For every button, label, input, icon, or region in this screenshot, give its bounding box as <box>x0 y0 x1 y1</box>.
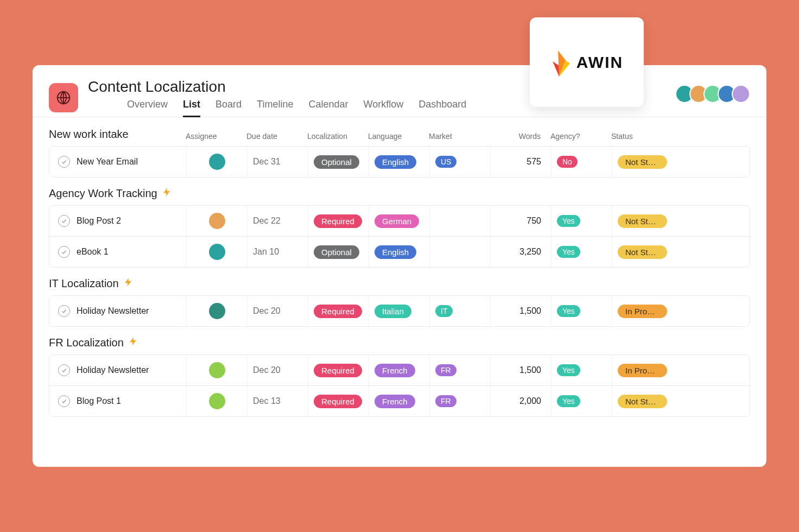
pill-in-progr-[interactable]: In Progr... <box>618 305 667 318</box>
tab-list[interactable]: List <box>183 99 200 117</box>
market-cell[interactable]: US <box>429 147 490 177</box>
column-header-status[interactable]: Status <box>611 132 672 141</box>
pill-optional[interactable]: Optional <box>314 155 359 169</box>
pill-no[interactable]: No <box>557 156 578 168</box>
pill-not-star-[interactable]: Not Star... <box>618 395 667 408</box>
table-row[interactable]: New Year EmailDec 31OptionalEnglishUS575… <box>49 147 750 177</box>
due-date-cell[interactable]: Dec 31 <box>247 147 308 177</box>
pill-english[interactable]: English <box>375 245 416 259</box>
pill-french[interactable]: French <box>375 395 415 408</box>
words-cell[interactable]: 750 <box>490 206 551 236</box>
pill-us[interactable]: US <box>435 156 456 168</box>
task-name-cell[interactable]: New Year Email <box>49 147 186 177</box>
assignee-avatar[interactable] <box>209 154 225 170</box>
due-date-cell[interactable]: Dec 20 <box>247 355 308 385</box>
words-cell[interactable]: 2,000 <box>490 386 551 416</box>
agency-cell[interactable]: Yes <box>551 237 612 267</box>
tab-workflow[interactable]: Workflow <box>363 99 403 117</box>
complete-check-icon[interactable] <box>58 305 70 317</box>
status-cell[interactable]: In Progr... <box>612 355 673 385</box>
column-header-market[interactable]: Market <box>429 132 490 141</box>
column-header-agency-[interactable]: Agency? <box>550 132 611 141</box>
pill-fr[interactable]: FR <box>435 364 456 376</box>
table-row[interactable]: Holiday NewsletterDec 20RequiredFrenchFR… <box>49 355 750 385</box>
tab-calendar[interactable]: Calendar <box>308 99 348 117</box>
pill-required[interactable]: Required <box>314 395 362 408</box>
localization-cell[interactable]: Optional <box>308 237 369 267</box>
task-name-cell[interactable]: eBook 1 <box>49 237 186 267</box>
task-name-cell[interactable]: Holiday Newsletter <box>49 296 186 326</box>
language-cell[interactable]: English <box>369 147 429 177</box>
language-cell[interactable]: French <box>369 355 429 385</box>
words-cell[interactable]: 1,500 <box>490 355 551 385</box>
localization-cell[interactable]: Required <box>308 206 369 236</box>
agency-cell[interactable]: Yes <box>551 355 612 385</box>
table-row[interactable]: eBook 1Jan 10OptionalEnglish3,250YesNot … <box>49 236 750 267</box>
language-cell[interactable]: German <box>369 206 429 236</box>
assignee-avatar[interactable] <box>209 362 225 378</box>
agency-cell[interactable]: No <box>551 147 612 177</box>
agency-cell[interactable]: Yes <box>551 296 612 326</box>
pill-yes[interactable]: Yes <box>557 395 580 407</box>
localization-cell[interactable]: Required <box>308 386 369 416</box>
column-header-localization[interactable]: Localization <box>307 132 368 141</box>
status-cell[interactable]: Not Star... <box>612 147 673 177</box>
pill-italian[interactable]: Italian <box>375 305 411 318</box>
team-avatar[interactable] <box>732 85 750 103</box>
pill-french[interactable]: French <box>375 364 415 377</box>
language-cell[interactable]: Italian <box>369 296 429 326</box>
pill-it[interactable]: IT <box>435 305 453 317</box>
language-cell[interactable]: English <box>369 237 429 267</box>
pill-not-star-[interactable]: Not Star... <box>618 214 667 228</box>
localization-cell[interactable]: Required <box>308 355 369 385</box>
tab-board[interactable]: Board <box>215 99 242 117</box>
due-date-cell[interactable]: Jan 10 <box>247 237 308 267</box>
status-cell[interactable]: Not Star... <box>612 386 673 416</box>
pill-german[interactable]: German <box>375 214 419 228</box>
market-cell[interactable]: FR <box>429 386 490 416</box>
section-title[interactable]: IT Localization <box>49 277 750 290</box>
status-cell[interactable]: In Progr... <box>612 296 673 326</box>
assignee-cell[interactable] <box>186 237 247 267</box>
pill-optional[interactable]: Optional <box>314 245 359 259</box>
agency-cell[interactable]: Yes <box>551 386 612 416</box>
assignee-avatar[interactable] <box>209 244 225 260</box>
market-cell[interactable] <box>429 206 490 236</box>
column-header-language[interactable]: Language <box>368 132 429 141</box>
tab-timeline[interactable]: Timeline <box>257 99 293 117</box>
market-cell[interactable] <box>429 237 490 267</box>
table-row[interactable]: Holiday NewsletterDec 20RequiredItalianI… <box>49 296 750 326</box>
pill-yes[interactable]: Yes <box>557 364 580 376</box>
assignee-avatar[interactable] <box>209 393 225 409</box>
table-row[interactable]: Blog Post 1Dec 13RequiredFrenchFR2,000Ye… <box>49 385 750 416</box>
task-name-cell[interactable]: Blog Post 1 <box>49 386 186 416</box>
pill-yes[interactable]: Yes <box>557 305 580 317</box>
pill-required[interactable]: Required <box>314 305 362 318</box>
complete-check-icon[interactable] <box>58 246 70 258</box>
assignee-cell[interactable] <box>186 206 247 236</box>
localization-cell[interactable]: Required <box>308 296 369 326</box>
tab-overview[interactable]: Overview <box>127 99 168 117</box>
task-name-cell[interactable]: Holiday Newsletter <box>49 355 186 385</box>
section-title[interactable]: New work intake <box>49 128 186 141</box>
pill-in-progr-[interactable]: In Progr... <box>618 364 667 377</box>
words-cell[interactable]: 3,250 <box>490 237 551 267</box>
pill-required[interactable]: Required <box>314 364 362 377</box>
market-cell[interactable]: IT <box>429 296 490 326</box>
status-cell[interactable]: Not Star... <box>612 237 673 267</box>
complete-check-icon[interactable] <box>58 215 70 227</box>
complete-check-icon[interactable] <box>58 156 70 168</box>
pill-not-star-[interactable]: Not Star... <box>618 155 667 169</box>
assignee-cell[interactable] <box>186 386 247 416</box>
due-date-cell[interactable]: Dec 13 <box>247 386 308 416</box>
team-avatars[interactable] <box>680 85 750 103</box>
table-row[interactable]: Blog Post 2Dec 22RequiredGerman750YesNot… <box>49 206 750 236</box>
column-header-assignee[interactable]: Assignee <box>186 132 246 141</box>
assignee-cell[interactable] <box>186 355 247 385</box>
assignee-avatar[interactable] <box>209 303 225 319</box>
section-title[interactable]: Agency Work Tracking <box>49 187 750 200</box>
column-header-words[interactable]: Words <box>490 132 550 141</box>
due-date-cell[interactable]: Dec 22 <box>247 206 308 236</box>
pill-english[interactable]: English <box>375 155 416 169</box>
pill-yes[interactable]: Yes <box>557 215 580 227</box>
